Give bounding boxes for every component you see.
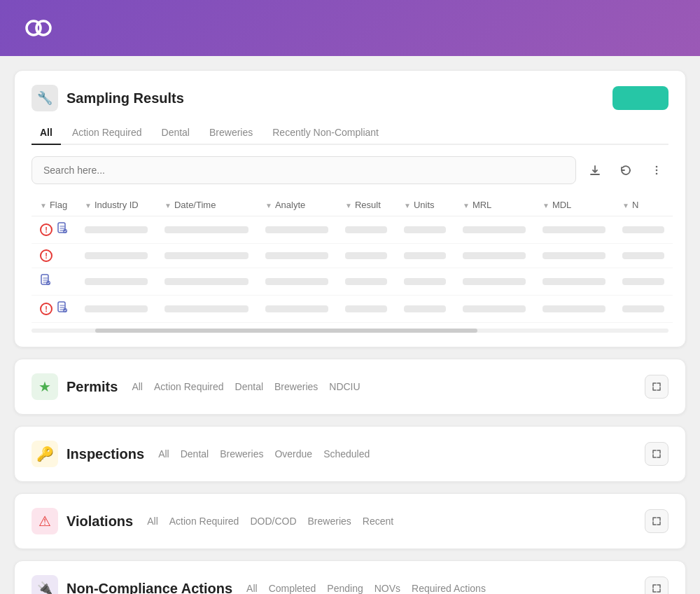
nca-tab-novs[interactable]: NOVs	[374, 583, 400, 594]
inspections-tab-breweries[interactable]: Breweries	[220, 448, 263, 460]
permits-tab-ndciu[interactable]: NDCIU	[329, 381, 360, 392]
col-analyte[interactable]: ▼Analyte	[257, 194, 337, 216]
violations-tab-all[interactable]: All	[147, 516, 158, 527]
flag-cell: !	[40, 249, 68, 262]
skeleton	[463, 226, 526, 233]
violations-tab-dodcod[interactable]: DOD/COD	[250, 516, 296, 527]
violations-title-group: ⚠ Violations	[31, 508, 133, 534]
skeleton	[622, 226, 664, 233]
flag-cell	[40, 274, 68, 289]
skeleton	[164, 278, 248, 285]
skeleton	[345, 226, 387, 233]
download-icon[interactable]	[583, 158, 607, 182]
sampling-results-title-group: 🔧 Sampling Results	[31, 85, 184, 111]
col-mdl[interactable]: ▼MDL	[534, 194, 614, 216]
permits-title-group: ★ Permits	[31, 373, 118, 400]
sampling-results-card: 🔧 Sampling Results All Action Required D…	[14, 70, 686, 347]
sampling-table: ▼Flag ▼Industry ID ▼Date/Time ▼Analyte ▼…	[31, 194, 673, 323]
svg-point-3	[656, 170, 658, 172]
tab-all[interactable]: All	[31, 121, 61, 145]
nca-expand-button[interactable]	[645, 576, 668, 594]
tab-breweries[interactable]: Breweries	[201, 121, 261, 145]
svg-point-6	[63, 229, 67, 233]
permits-collapsed: ★ Permits All Action Required Dental Bre…	[31, 373, 668, 400]
search-input[interactable]	[31, 156, 576, 184]
skeleton	[345, 278, 387, 285]
horizontal-scrollbar[interactable]	[31, 329, 668, 333]
inspections-tab-overdue[interactable]: Overdue	[274, 448, 312, 460]
sampling-results-title: Sampling Results	[66, 90, 184, 106]
skeleton	[404, 305, 446, 312]
skeleton	[85, 305, 148, 312]
nca-tab-required-actions[interactable]: Required Actions	[412, 583, 486, 594]
table-row	[31, 268, 673, 296]
skeleton	[463, 305, 526, 312]
nca-tab-all[interactable]: All	[246, 583, 258, 594]
flag-cell: !	[40, 222, 68, 237]
nca-card: 🔌 Non-Compliance Actions All Completed P…	[14, 560, 686, 594]
nca-title-group: 🔌 Non-Compliance Actions	[31, 575, 232, 594]
tab-action-required[interactable]: Action Required	[64, 121, 150, 145]
col-result[interactable]: ▼Result	[337, 194, 396, 216]
permits-expand-button[interactable]	[645, 375, 668, 399]
sampling-tabs: All Action Required Dental Breweries Rec…	[31, 121, 668, 145]
scrollbar-thumb[interactable]	[95, 329, 477, 333]
col-units[interactable]: ▼Units	[396, 194, 454, 216]
violations-expand-button[interactable]	[645, 509, 668, 533]
sampling-expand-button[interactable]	[612, 86, 668, 110]
permits-tab-breweries[interactable]: Breweries	[274, 381, 318, 392]
nca-icon: 🔌	[31, 575, 58, 594]
permits-icon: ★	[31, 373, 58, 400]
tab-dental[interactable]: Dental	[153, 121, 198, 145]
flag-cell: !	[40, 301, 68, 317]
nca-collapsed: 🔌 Non-Compliance Actions All Completed P…	[31, 575, 668, 594]
col-datetime[interactable]: ▼Date/Time	[156, 194, 257, 216]
permits-tab-all[interactable]: All	[132, 381, 143, 392]
col-flag[interactable]: ▼Flag	[31, 194, 76, 216]
violations-tab-action-required[interactable]: Action Required	[169, 516, 239, 527]
permits-tab-dental[interactable]: Dental	[235, 381, 263, 392]
table-row: !	[31, 244, 673, 268]
skeleton	[85, 226, 148, 233]
violations-card: ⚠ Violations All Action Required DOD/COD…	[14, 493, 686, 549]
inspections-tab-dental[interactable]: Dental	[181, 448, 209, 460]
col-mrl[interactable]: ▼MRL	[454, 194, 534, 216]
flag-exclamation-icon: !	[40, 303, 52, 315]
skeleton	[164, 252, 248, 259]
permits-tab-action-required[interactable]: Action Required	[154, 381, 224, 392]
more-options-icon[interactable]	[645, 158, 668, 182]
flag-doc-icon	[57, 301, 68, 317]
violations-tab-recent[interactable]: Recent	[363, 516, 393, 527]
sampling-results-header: 🔧 Sampling Results	[31, 85, 668, 111]
flag-doc-icon	[40, 274, 51, 289]
skeleton	[345, 305, 387, 312]
app-logo	[21, 11, 56, 46]
skeleton	[265, 278, 328, 285]
app-header	[0, 0, 700, 56]
svg-point-8	[46, 281, 50, 285]
skeleton	[404, 226, 446, 233]
skeleton	[164, 305, 248, 312]
violations-tab-breweries[interactable]: Breweries	[308, 516, 351, 527]
permits-card: ★ Permits All Action Required Dental Bre…	[14, 359, 686, 415]
data-table-container: ▼Flag ▼Industry ID ▼Date/Time ▼Analyte ▼…	[31, 194, 668, 333]
col-industry-id[interactable]: ▼Industry ID	[76, 194, 156, 216]
nca-tab-pending[interactable]: Pending	[327, 583, 363, 594]
skeleton	[85, 278, 148, 285]
nca-inline-tabs: All Completed Pending NOVs Required Acti…	[246, 583, 645, 594]
refresh-icon[interactable]	[614, 158, 638, 182]
skeleton	[85, 252, 148, 259]
col-n[interactable]: ▼N	[614, 194, 673, 216]
inspections-expand-button[interactable]	[645, 442, 668, 466]
inspections-tab-scheduled[interactable]: Scheduled	[323, 448, 370, 460]
tab-recently-non-compliant[interactable]: Recently Non-Compliant	[264, 121, 387, 145]
skeleton	[345, 252, 387, 259]
violations-inline-tabs: All Action Required DOD/COD Breweries Re…	[147, 516, 645, 527]
nca-tab-completed[interactable]: Completed	[269, 583, 316, 594]
skeleton	[622, 278, 664, 285]
main-content: 🔧 Sampling Results All Action Required D…	[0, 56, 700, 594]
permits-inline-tabs: All Action Required Dental Breweries NDC…	[132, 381, 645, 392]
skeleton	[164, 226, 248, 233]
inspections-tab-all[interactable]: All	[158, 448, 169, 460]
svg-point-1	[36, 21, 50, 35]
